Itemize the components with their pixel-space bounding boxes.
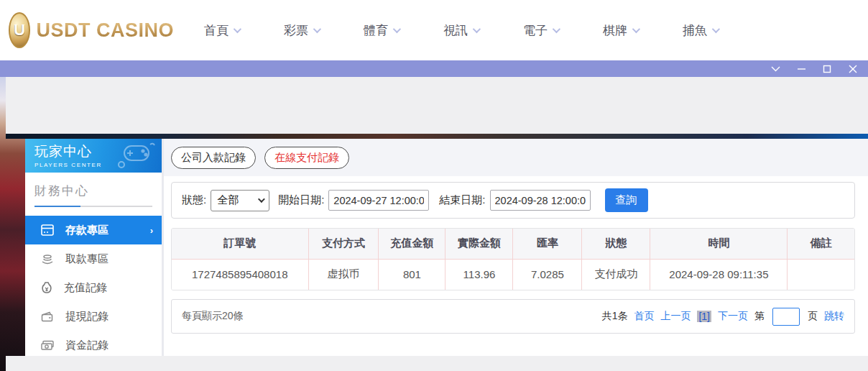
- finance-section: 財務中心: [25, 173, 162, 207]
- sidebar-item-withdrawal-record[interactable]: 提現記錄: [25, 302, 162, 331]
- filter-bar: 狀態: 全部 開始日期: 結束日期: 查詢: [171, 182, 855, 219]
- gamepad-icon: [114, 142, 156, 170]
- next-page-link[interactable]: 下一页: [718, 310, 748, 323]
- nav-item-home[interactable]: 首頁: [204, 22, 239, 39]
- end-date-label: 結束日期:: [439, 193, 485, 207]
- jump-prefix-label: 第: [754, 310, 765, 323]
- nav-item-live[interactable]: 視訊: [443, 22, 479, 39]
- record-tabs: 公司入款記錄 在線支付記錄: [164, 139, 868, 176]
- wallet-icon: [41, 311, 54, 322]
- nav-label: 首頁: [204, 22, 228, 39]
- col-time: 時間: [650, 229, 788, 259]
- empty-panel: [6, 77, 868, 134]
- chevron-down-icon: [393, 25, 401, 33]
- col-order-no: 訂單號: [172, 229, 308, 259]
- content-panel: 狀態: 全部 開始日期: 結束日期: 查詢: [164, 176, 868, 356]
- minimize-icon[interactable]: [796, 64, 806, 74]
- status-label: 狀態:: [182, 193, 206, 207]
- cell-rate: 7.0285: [513, 259, 582, 290]
- chevron-down-icon: [313, 25, 321, 33]
- tab-company-deposit-record[interactable]: 公司入款記錄: [171, 147, 256, 169]
- sidebar-item-label: 資金記錄: [65, 339, 108, 352]
- status-select[interactable]: 全部: [211, 190, 269, 211]
- logo-text: USDT CASINO: [36, 19, 174, 42]
- status-select-value: 全部: [217, 193, 239, 207]
- nav-label: 彩票: [284, 22, 308, 39]
- nav-item-lottery[interactable]: 彩票: [284, 22, 319, 39]
- pagination-bar: 每頁顯示20條 共1条 首页 上一页 [1] 下一页 第 页 跳转: [171, 299, 855, 334]
- nav-label: 捕魚: [683, 22, 707, 39]
- banknote-icon: [41, 340, 54, 351]
- sidebar-item-label: 充值記錄: [64, 281, 107, 295]
- nav-label: 視訊: [443, 22, 468, 39]
- money-bag-icon: [41, 282, 52, 294]
- col-remark: 備註: [788, 229, 854, 259]
- first-page-link[interactable]: 首页: [634, 310, 654, 323]
- tab-online-payment-record[interactable]: 在線支付記錄: [264, 147, 349, 169]
- end-date-input[interactable]: [490, 190, 591, 211]
- total-count-text: 共1条: [602, 310, 628, 323]
- close-icon[interactable]: [848, 64, 858, 74]
- nav-item-slots[interactable]: 電子: [523, 22, 558, 39]
- nav-item-cards[interactable]: 棋牌: [603, 22, 638, 39]
- finance-section-label: 財務中心: [34, 183, 152, 199]
- sidebar: 玩家中心 PLAYERS CENTER 財務中心: [25, 139, 162, 356]
- jump-link[interactable]: 跳转: [824, 310, 844, 323]
- prev-page-link[interactable]: 上一页: [660, 310, 691, 323]
- table-row: 1727485895408018 虚拟币 801 113.96 7.0285 支…: [172, 259, 854, 290]
- chevron-down-icon: [258, 196, 265, 203]
- nav-label: 電子: [523, 22, 548, 39]
- jump-page-input[interactable]: [772, 308, 800, 326]
- hand-coins-icon: [41, 253, 54, 265]
- nav-item-sports[interactable]: 體育: [364, 22, 399, 39]
- site-header: U USDT CASINO 首頁 彩票 體育 視訊 電子: [0, 0, 868, 60]
- jump-suffix-label: 页: [808, 310, 818, 323]
- cell-order-no: 1727485895408018: [172, 259, 308, 290]
- chevron-down-icon: [553, 25, 560, 33]
- section-divider: [34, 206, 152, 207]
- sidebar-item-recharge-record[interactable]: 充值記錄: [25, 273, 162, 302]
- deposit-card-icon: [41, 224, 54, 236]
- cell-recharge-amount: 801: [379, 259, 445, 290]
- app-window: U USDT CASINO 首頁 彩票 體育 視訊 電子: [0, 0, 868, 371]
- logo-letter: U: [14, 21, 25, 40]
- records-table: 訂單號 支付方式 充值金額 實際金額 匯率 狀態 時間 備註 172748589: [171, 228, 855, 290]
- chevron-down-icon: [632, 25, 640, 33]
- col-actual-amount: 實際金額: [445, 229, 513, 259]
- main-content: 公司入款記錄 在線支付記錄 狀態: 全部 開始日期: 結束日期: 查詢: [162, 139, 868, 356]
- sidebar-item-funds-record[interactable]: 資金記錄: [25, 331, 162, 359]
- sidebar-item-label: 存款專區: [65, 224, 108, 237]
- logo-coin-icon: U: [9, 12, 30, 48]
- table-header-row: 訂單號 支付方式 充值金額 實際金額 匯率 狀態 時間 備註: [172, 229, 854, 259]
- col-rate: 匯率: [513, 229, 582, 259]
- main-nav: 首頁 彩票 體育 視訊 電子 棋牌: [204, 22, 718, 39]
- collapse-icon[interactable]: [770, 64, 780, 74]
- site-logo[interactable]: U USDT CASINO: [9, 12, 174, 48]
- divider-strip: [6, 134, 868, 139]
- nav-item-fishing[interactable]: 捕魚: [683, 22, 718, 39]
- bottom-gray-strip: [6, 356, 868, 371]
- start-date-label: 開始日期:: [278, 193, 324, 207]
- sidebar-item-withdraw[interactable]: 取款專區: [25, 244, 162, 273]
- start-date-input[interactable]: [328, 190, 429, 211]
- current-page-indicator: [1]: [697, 311, 711, 322]
- chevron-down-icon: [234, 25, 241, 33]
- sidebar-item-deposit[interactable]: 存款專區 ›: [25, 216, 162, 244]
- cell-remark: [788, 259, 854, 290]
- col-status: 狀態: [582, 229, 650, 259]
- cell-time: 2024-09-28 09:11:35: [650, 259, 788, 290]
- cell-pay-method: 虚拟币: [308, 259, 379, 290]
- chevron-right-icon: ›: [150, 225, 153, 236]
- pager: 共1条 首页 上一页 [1] 下一页 第 页 跳转: [602, 308, 844, 326]
- maximize-icon[interactable]: [822, 64, 832, 74]
- col-recharge-amount: 充值金額: [379, 229, 445, 259]
- sidebar-item-label: 取款專區: [65, 252, 108, 266]
- query-button[interactable]: 查詢: [605, 188, 648, 212]
- sidebar-menu: 存款專區 › 取款專區 充值記錄: [25, 216, 162, 359]
- chevron-down-icon: [473, 25, 481, 33]
- chevron-down-icon: [712, 25, 720, 33]
- col-pay-method: 支付方式: [308, 229, 379, 259]
- nav-label: 體育: [364, 22, 388, 39]
- window-titlebar: [0, 60, 868, 77]
- players-center-header: 玩家中心 PLAYERS CENTER: [25, 139, 162, 173]
